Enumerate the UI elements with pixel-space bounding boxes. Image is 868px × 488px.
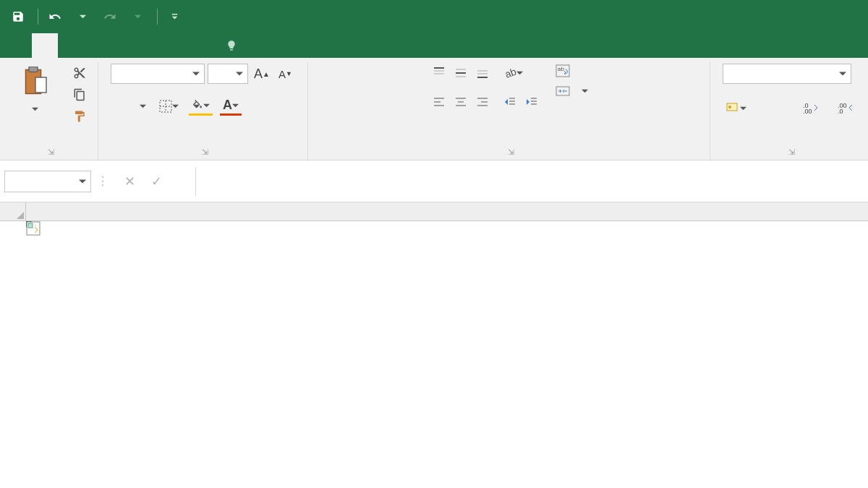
align-center-icon xyxy=(454,95,467,108)
spreadsheet-grid xyxy=(0,202,868,488)
titlebar xyxy=(0,0,868,33)
align-middle-button[interactable] xyxy=(451,64,470,82)
increase-font-button[interactable]: A▲ xyxy=(251,64,273,83)
chevron-down-icon xyxy=(192,68,200,80)
group-number: .0.00 .00.0 ⇲ xyxy=(710,62,868,160)
chevron-down-icon xyxy=(79,175,86,187)
name-box[interactable] xyxy=(4,171,91,192)
format-painter-button[interactable] xyxy=(70,107,89,126)
align-center-button[interactable] xyxy=(451,93,470,111)
merge-center-button[interactable] xyxy=(556,84,588,98)
save-icon[interactable] xyxy=(6,4,30,29)
redo-dropdown xyxy=(125,4,150,29)
undo-dropdown[interactable] xyxy=(70,4,95,29)
decrease-indent-button[interactable] xyxy=(501,93,519,111)
group-alignment: ab ab xyxy=(308,62,710,160)
decrease-decimal-icon: .00.0 xyxy=(838,102,854,114)
decrease-font-button[interactable]: A▼ xyxy=(276,64,295,83)
ribbon-tabs xyxy=(0,33,868,58)
increase-indent-button[interactable] xyxy=(522,93,541,111)
dialog-launcher-icon[interactable]: ⇲ xyxy=(508,144,514,160)
svg-text:ab: ab xyxy=(558,66,564,72)
group-clipboard: ⇲ xyxy=(0,62,98,160)
svg-point-36 xyxy=(728,106,731,108)
chevron-down-icon xyxy=(172,100,179,112)
dialog-launcher-icon[interactable]: ⇲ xyxy=(788,144,795,160)
bold-button[interactable] xyxy=(111,97,116,116)
percent-button[interactable] xyxy=(762,98,768,117)
align-left-button[interactable] xyxy=(430,93,448,111)
svg-rect-0 xyxy=(171,14,177,15)
qat-separator xyxy=(38,9,38,25)
qat-customize[interactable] xyxy=(162,4,187,29)
undo-icon[interactable] xyxy=(43,4,67,29)
chevron-down-icon xyxy=(236,68,243,80)
fill-color-button[interactable] xyxy=(189,97,213,116)
dialog-launcher-icon[interactable]: ⇲ xyxy=(202,144,208,160)
italic-button[interactable] xyxy=(124,97,129,116)
tab-formulas[interactable] xyxy=(110,33,136,58)
chevron-down-icon xyxy=(516,67,523,79)
tab-file[interactable] xyxy=(6,33,32,58)
accounting-format-button[interactable] xyxy=(723,98,749,117)
chevron-down-icon xyxy=(232,98,239,113)
flash-fill-icon[interactable] xyxy=(26,221,41,236)
underline-button[interactable] xyxy=(137,97,149,116)
increase-decimal-button[interactable]: .0.00 xyxy=(800,98,822,117)
font-size-dropdown[interactable] xyxy=(208,64,248,84)
align-top-button[interactable] xyxy=(430,64,448,82)
tab-page-layout[interactable] xyxy=(84,33,110,58)
wrap-text-icon: ab xyxy=(556,64,570,78)
tab-view[interactable] xyxy=(188,33,214,58)
font-color-button[interactable]: A xyxy=(220,97,242,116)
lightbulb-icon xyxy=(226,40,237,51)
column-headers xyxy=(0,202,868,221)
dialog-launcher-icon[interactable]: ⇲ xyxy=(48,144,54,160)
paint-bucket-icon xyxy=(192,100,203,111)
number-format-dropdown[interactable] xyxy=(723,64,851,84)
orientation-icon: ab xyxy=(503,67,516,80)
borders-icon xyxy=(159,100,172,113)
align-bottom-button[interactable] xyxy=(473,64,492,82)
formula-bar: ⋮ ✕ ✓ xyxy=(0,160,868,202)
svg-rect-3 xyxy=(35,77,46,93)
cancel-formula-button: ✕ xyxy=(124,174,135,189)
formula-input[interactable] xyxy=(195,167,864,196)
qat-separator-2 xyxy=(157,9,158,25)
svg-rect-2 xyxy=(29,67,38,72)
svg-text:ab: ab xyxy=(503,67,516,80)
align-bottom-icon xyxy=(476,67,489,80)
decrease-decimal-button[interactable]: .00.0 xyxy=(835,98,856,117)
redo-icon xyxy=(98,4,122,29)
format-painter-icon xyxy=(73,110,86,123)
tab-home[interactable] xyxy=(32,33,58,58)
currency-icon xyxy=(726,100,740,115)
font-name-dropdown[interactable] xyxy=(111,64,205,84)
copy-button[interactable] xyxy=(70,85,89,104)
cut-button[interactable] xyxy=(70,64,89,82)
paste-button[interactable] xyxy=(9,64,61,115)
tell-me-box[interactable] xyxy=(214,33,243,58)
orientation-button[interactable]: ab xyxy=(501,64,526,82)
ribbon: ⇲ A▲ A▼ A xyxy=(0,58,868,160)
svg-rect-42 xyxy=(28,223,33,228)
comma-style-button[interactable] xyxy=(781,98,787,117)
chevron-down-icon xyxy=(740,100,746,116)
tab-data[interactable] xyxy=(136,33,162,58)
align-middle-icon xyxy=(454,67,467,80)
scissors-icon xyxy=(73,67,86,80)
clipboard-icon xyxy=(22,67,48,97)
align-left-icon xyxy=(433,95,446,108)
decrease-indent-icon xyxy=(503,95,516,108)
align-right-button[interactable] xyxy=(473,93,492,111)
tab-review[interactable] xyxy=(162,33,188,58)
wrap-text-button[interactable]: ab xyxy=(556,64,588,78)
select-all-corner[interactable] xyxy=(0,202,26,221)
increase-indent-icon xyxy=(525,95,538,108)
chevron-down-icon xyxy=(32,103,38,115)
chevron-down-icon xyxy=(582,85,588,98)
increase-decimal-icon: .0.00 xyxy=(803,102,819,114)
tab-insert[interactable] xyxy=(58,33,84,58)
align-right-icon xyxy=(476,95,489,108)
borders-button[interactable] xyxy=(156,97,182,116)
